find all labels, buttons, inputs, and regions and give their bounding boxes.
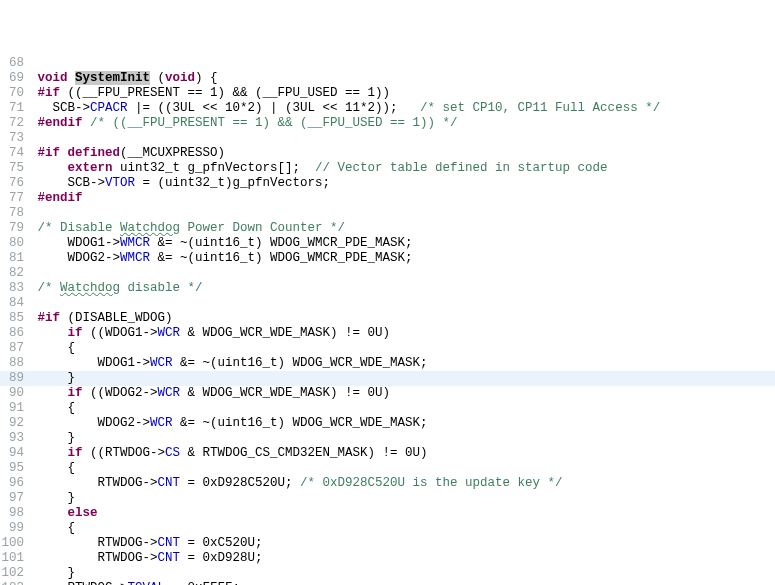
token: RTWDOG-> (30, 581, 128, 585)
code-content[interactable]: { (30, 341, 775, 356)
token (30, 86, 38, 100)
token: VTOR (105, 176, 135, 190)
code-line[interactable]: 92 WDOG2->WCR &= ~(uint16_t) WDOG_WCR_WD… (0, 416, 775, 431)
token: WDOG2-> (30, 416, 150, 430)
code-content[interactable]: } (30, 491, 775, 506)
code-content[interactable]: { (30, 521, 775, 536)
code-line[interactable]: 76 SCB->VTOR = (uint32_t)g_pfnVectors; (0, 176, 775, 191)
code-content[interactable]: WDOG1->WMCR &= ~(uint16_t) WDOG_WMCR_PDE… (30, 236, 775, 251)
code-line[interactable]: 95 { (0, 461, 775, 476)
token (30, 311, 38, 325)
code-content[interactable]: #if (DISABLE_WDOG) (30, 311, 775, 326)
code-content[interactable]: RTWDOG->CNT = 0xD928C520U; /* 0xD928C520… (30, 476, 775, 491)
line-number: 85 (0, 311, 30, 326)
code-content[interactable]: #endif (30, 191, 775, 206)
line-number: 72 (0, 116, 30, 131)
token: WCR (150, 416, 173, 430)
token (30, 191, 38, 205)
code-line[interactable]: 69 void SystemInit (void) { (0, 71, 775, 86)
code-line[interactable]: 77 #endif (0, 191, 775, 206)
code-content[interactable]: RTWDOG->TOVAL = 0xFFFF; (30, 581, 775, 585)
token: { (30, 461, 75, 475)
token: ((WDOG2-> (83, 386, 158, 400)
code-line[interactable]: 81 WDOG2->WMCR &= ~(uint16_t) WDOG_WMCR_… (0, 251, 775, 266)
code-line[interactable]: 96 RTWDOG->CNT = 0xD928C520U; /* 0xD928C… (0, 476, 775, 491)
code-line[interactable]: 80 WDOG1->WMCR &= ~(uint16_t) WDOG_WMCR_… (0, 236, 775, 251)
code-content[interactable]: WDOG2->WCR &= ~(uint16_t) WDOG_WCR_WDE_M… (30, 416, 775, 431)
code-line[interactable]: 83 /* Watchdog disable */ (0, 281, 775, 296)
code-line[interactable]: 68 (0, 56, 775, 71)
code-line[interactable]: 85 #if (DISABLE_WDOG) (0, 311, 775, 326)
code-content[interactable]: WDOG1->WCR &= ~(uint16_t) WDOG_WCR_WDE_M… (30, 356, 775, 371)
token: WDOG1-> (30, 236, 120, 250)
code-content[interactable]: if ((RTWDOG->CS & RTWDOG_CS_CMD32EN_MASK… (30, 446, 775, 461)
line-number: 74 (0, 146, 30, 161)
code-line[interactable]: 98 else (0, 506, 775, 521)
token: & RTWDOG_CS_CMD32EN_MASK) != 0U) (180, 446, 428, 460)
code-content[interactable]: { (30, 461, 775, 476)
code-content[interactable]: SCB->CPACR |= ((3UL << 10*2) | (3UL << 1… (30, 101, 775, 116)
code-content[interactable]: SCB->VTOR = (uint32_t)g_pfnVectors; (30, 176, 775, 191)
code-line[interactable]: 82 (0, 266, 775, 281)
token: & WDOG_WCR_WDE_MASK) != 0U) (180, 386, 390, 400)
code-line[interactable]: 79 /* Disable Watchdog Power Down Counte… (0, 221, 775, 236)
token: CNT (158, 476, 181, 490)
line-number: 94 (0, 446, 30, 461)
code-content[interactable]: RTWDOG->CNT = 0xC520U; (30, 536, 775, 551)
code-line[interactable]: 73 (0, 131, 775, 146)
token: disable */ (120, 281, 203, 295)
code-line[interactable]: 74 #if defined(__MCUXPRESSO) (0, 146, 775, 161)
code-content[interactable]: } (30, 371, 775, 386)
code-line[interactable]: 93 } (0, 431, 775, 446)
code-content[interactable]: if ((WDOG2->WCR & WDOG_WCR_WDE_MASK) != … (30, 386, 775, 401)
code-line[interactable]: 86 if ((WDOG1->WCR & WDOG_WCR_WDE_MASK) … (0, 326, 775, 341)
code-line[interactable]: 78 (0, 206, 775, 221)
token: void (165, 71, 195, 85)
code-editor[interactable]: 6869 void SystemInit (void) {70 #if ((__… (0, 56, 775, 585)
token: = 0xD928U; (180, 551, 263, 565)
code-line[interactable]: 89 } (0, 371, 775, 386)
code-line[interactable]: 84 (0, 296, 775, 311)
code-content[interactable]: WDOG2->WMCR &= ~(uint16_t) WDOG_WMCR_PDE… (30, 251, 775, 266)
code-line[interactable]: 101 RTWDOG->CNT = 0xD928U; (0, 551, 775, 566)
code-content[interactable]: void SystemInit (void) { (30, 71, 775, 86)
code-content[interactable]: #if ((__FPU_PRESENT == 1) && (__FPU_USED… (30, 86, 775, 101)
code-line[interactable]: 87 { (0, 341, 775, 356)
token: #endif (38, 191, 83, 205)
code-line[interactable]: 103 RTWDOG->TOVAL = 0xFFFF; (0, 581, 775, 585)
code-content[interactable]: extern uint32_t g_pfnVectors[]; // Vecto… (30, 161, 775, 176)
code-line[interactable]: 71 SCB->CPACR |= ((3UL << 10*2) | (3UL <… (0, 101, 775, 116)
token: = 0xC520U; (180, 536, 263, 550)
token: WMCR (120, 251, 150, 265)
code-content[interactable]: if ((WDOG1->WCR & WDOG_WCR_WDE_MASK) != … (30, 326, 775, 341)
token: Power Down Counter */ (180, 221, 345, 235)
code-line[interactable]: 88 WDOG1->WCR &= ~(uint16_t) WDOG_WCR_WD… (0, 356, 775, 371)
code-line[interactable]: 94 if ((RTWDOG->CS & RTWDOG_CS_CMD32EN_M… (0, 446, 775, 461)
token (30, 326, 68, 340)
token: ((RTWDOG-> (83, 446, 166, 460)
token (30, 116, 38, 130)
code-line[interactable]: 100 RTWDOG->CNT = 0xC520U; (0, 536, 775, 551)
token: |= ((3UL << 10*2) | (3UL << 11*2)); (128, 101, 421, 115)
code-line[interactable]: 72 #endif /* ((__FPU_PRESENT == 1) && (_… (0, 116, 775, 131)
code-content[interactable]: RTWDOG->CNT = 0xD928U; (30, 551, 775, 566)
code-content[interactable]: } (30, 431, 775, 446)
token: } (30, 491, 75, 505)
line-number: 97 (0, 491, 30, 506)
token: &= ~(uint16_t) WDOG_WMCR_PDE_MASK; (150, 251, 413, 265)
code-content[interactable]: { (30, 401, 775, 416)
code-content[interactable]: #endif /* ((__FPU_PRESENT == 1) && (__FP… (30, 116, 775, 131)
code-content[interactable]: #if defined(__MCUXPRESSO) (30, 146, 775, 161)
code-content[interactable]: /* Disable Watchdog Power Down Counter *… (30, 221, 775, 236)
code-content[interactable]: else (30, 506, 775, 521)
code-line[interactable]: 102 } (0, 566, 775, 581)
token (60, 146, 68, 160)
code-line[interactable]: 91 { (0, 401, 775, 416)
code-line[interactable]: 70 #if ((__FPU_PRESENT == 1) && (__FPU_U… (0, 86, 775, 101)
code-content[interactable]: } (30, 566, 775, 581)
code-content[interactable]: /* Watchdog disable */ (30, 281, 775, 296)
code-line[interactable]: 99 { (0, 521, 775, 536)
code-line[interactable]: 97 } (0, 491, 775, 506)
code-line[interactable]: 75 extern uint32_t g_pfnVectors[]; // Ve… (0, 161, 775, 176)
code-line[interactable]: 90 if ((WDOG2->WCR & WDOG_WCR_WDE_MASK) … (0, 386, 775, 401)
